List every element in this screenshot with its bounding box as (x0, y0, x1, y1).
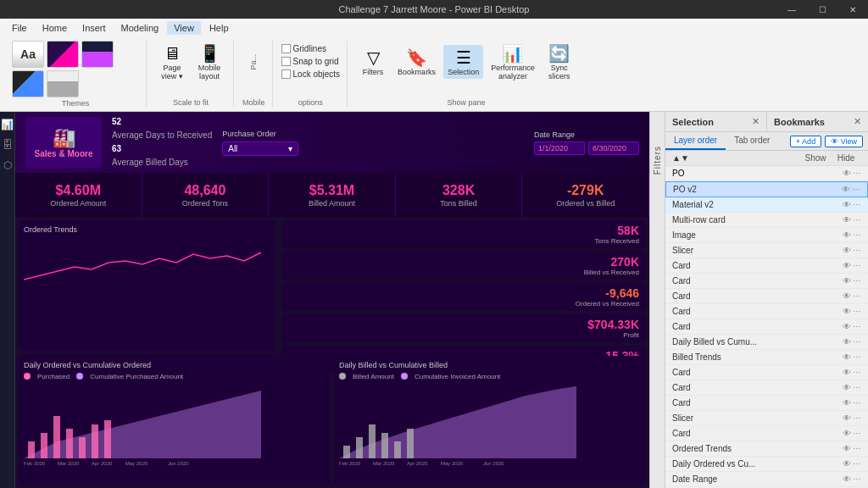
layer-item-ordered-trends[interactable]: Ordered Trends 👁 ⋯ (665, 441, 868, 457)
nav-report-icon[interactable]: 📊 (1, 119, 14, 130)
menu-insert[interactable]: Insert (75, 21, 113, 35)
sync-slicers-button[interactable]: 🔄 Syncslicers (542, 41, 576, 83)
layer-item-daily-ordered[interactable]: Daily Ordered vs Cu... 👁 ⋯ (665, 457, 868, 472)
bookmarks-view-button[interactable]: 👁 View (825, 136, 863, 147)
layer-eye-slicer1[interactable]: 👁 (843, 246, 851, 255)
layer-item-card7[interactable]: Card 👁 ⋯ (665, 380, 868, 396)
menu-view[interactable]: View (167, 21, 201, 35)
layer-eye-card4[interactable]: 👁 (843, 307, 851, 316)
layer-item-daily-billed[interactable]: Daily Billed vs Cumu... 👁 ⋯ (665, 335, 868, 350)
layer-item-card1[interactable]: Card 👁 ⋯ (665, 258, 868, 274)
layer-item-card6[interactable]: Card 👁 ⋯ (665, 365, 868, 380)
layer-more-card4[interactable]: ⋯ (853, 307, 861, 316)
layer-item-pov2[interactable]: PO v2 👁 ⋯ (665, 181, 868, 197)
layer-more-ordered-trends[interactable]: ⋯ (853, 444, 861, 453)
layer-more-slicer1[interactable]: ⋯ (853, 246, 861, 255)
layer-more-pov2[interactable]: ⋯ (852, 185, 860, 194)
menu-help[interactable]: Help (203, 21, 236, 35)
layer-more-card2[interactable]: ⋯ (853, 276, 861, 286)
snap-checkbox[interactable] (281, 57, 291, 66)
layer-item-card2[interactable]: Card 👁 ⋯ (665, 274, 868, 289)
layer-item-card3[interactable]: Card 👁 ⋯ (665, 289, 868, 304)
layer-more-card8[interactable]: ⋯ (853, 398, 861, 408)
layer-eye-card2[interactable]: 👁 (843, 276, 851, 286)
po-filter-dropdown[interactable]: All ▾ (222, 141, 298, 156)
layer-eye-card8[interactable]: 👁 (843, 398, 851, 408)
layer-eye-pov2[interactable]: 👁 (842, 185, 850, 194)
layer-eye-card5[interactable]: 👁 (843, 322, 851, 331)
filters-pane-button[interactable]: ▽ Filters (356, 45, 390, 79)
page-view-button[interactable]: 🖥 Pageview ▾ (155, 42, 189, 83)
snap-checkbox-item[interactable]: Snap to grid (281, 57, 341, 66)
menu-file[interactable]: File (5, 21, 34, 35)
layer-eye-image[interactable]: 👁 (843, 230, 851, 240)
theme-swatch-3[interactable] (81, 41, 114, 68)
lock-checkbox[interactable] (281, 69, 291, 79)
layer-more-date-range[interactable]: ⋯ (853, 474, 861, 484)
layer-eye-card3[interactable]: 👁 (843, 291, 851, 301)
layer-eye-ordered-trends[interactable]: 👁 (843, 444, 851, 453)
nav-model-icon[interactable]: ⬡ (3, 159, 12, 171)
layer-eye-po[interactable]: 👁 (843, 169, 851, 178)
layer-item-billed-trends[interactable]: Billed Trends 👁 ⋯ (665, 350, 868, 365)
layer-more-card9[interactable]: ⋯ (853, 429, 861, 438)
date-from[interactable]: 1/1/2020 (534, 141, 585, 155)
layer-eye-card6[interactable]: 👁 (843, 368, 851, 377)
layer-item-slicer1[interactable]: Slicer 👁 ⋯ (665, 243, 868, 258)
minimize-button[interactable]: — (776, 0, 807, 19)
selection-close-button[interactable]: ✕ (752, 116, 760, 127)
layer-eye-card1[interactable]: 👁 (843, 261, 851, 270)
layer-item-card9[interactable]: Card 👁 ⋯ (665, 426, 868, 441)
layer-more-billed-trends[interactable]: ⋯ (853, 352, 861, 362)
layer-item-card8[interactable]: Card 👁 ⋯ (665, 396, 868, 411)
layer-item-date-range[interactable]: Date Range 👁 ⋯ (665, 472, 868, 487)
menu-modeling[interactable]: Modeling (114, 21, 166, 35)
layer-item-materialv2[interactable]: Material v2 👁 ⋯ (665, 197, 868, 213)
date-to[interactable]: 6/30/2020 (588, 141, 639, 155)
layer-eye-billed-trends[interactable]: 👁 (843, 352, 851, 362)
layer-more-po[interactable]: ⋯ (853, 169, 861, 178)
bookmarks-pane-button[interactable]: 🔖 Bookmarks (393, 45, 440, 79)
theme-swatch-4[interactable] (12, 70, 44, 97)
layer-more-multirow[interactable]: ⋯ (853, 215, 861, 225)
layer-eye-card7[interactable]: 👁 (843, 383, 851, 392)
layer-eye-date-range[interactable]: 👁 (843, 474, 851, 484)
layer-eye-daily-billed[interactable]: 👁 (843, 337, 851, 347)
layer-more-daily-billed[interactable]: ⋯ (853, 337, 861, 347)
layer-eye-multirow[interactable]: 👁 (843, 215, 851, 225)
layer-more-card3[interactable]: ⋯ (853, 291, 861, 301)
mobile-layout-button[interactable]: 📱 Mobilelayout (192, 41, 226, 83)
layer-item-po[interactable]: PO 👁 ⋯ (665, 166, 868, 181)
gridlines-checkbox[interactable] (281, 44, 291, 53)
layer-eye-materialv2[interactable]: 👁 (843, 200, 851, 209)
layer-item-multirow[interactable]: Multi-row card 👁 ⋯ (665, 213, 868, 228)
tab-layer-order[interactable]: Layer order (665, 132, 726, 150)
layer-item-card4[interactable]: Card 👁 ⋯ (665, 304, 868, 319)
layer-more-image[interactable]: ⋯ (853, 230, 861, 240)
layer-more-card6[interactable]: ⋯ (853, 368, 861, 377)
maximize-button[interactable]: ☐ (807, 0, 837, 19)
menu-home[interactable]: Home (36, 21, 74, 35)
layer-eye-slicer2[interactable]: 👁 (843, 413, 851, 423)
layer-more-daily-ordered[interactable]: ⋯ (853, 459, 861, 469)
layer-more-card7[interactable]: ⋯ (853, 383, 861, 392)
gridlines-checkbox-item[interactable]: Gridlines (281, 44, 341, 53)
lock-checkbox-item[interactable]: Lock objects (281, 69, 341, 79)
tab-tab-order[interactable]: Tab order (726, 132, 778, 150)
bookmarks-close-button[interactable]: ✕ (854, 116, 861, 127)
selection-pane-button[interactable]: ☰ Selection (443, 45, 483, 79)
layer-item-slicer2[interactable]: Slicer 👁 ⋯ (665, 411, 868, 426)
layer-more-slicer2[interactable]: ⋯ (853, 413, 861, 423)
layer-eye-card9[interactable]: 👁 (843, 429, 851, 438)
bookmarks-add-button[interactable]: + Add (790, 136, 821, 147)
layer-more-card5[interactable]: ⋯ (853, 322, 861, 331)
layer-more-materialv2[interactable]: ⋯ (853, 200, 861, 209)
theme-swatch-2[interactable] (47, 41, 79, 68)
layer-more-card1[interactable]: ⋯ (853, 261, 861, 270)
close-button[interactable]: ✕ (837, 0, 868, 19)
sort-arrows[interactable]: ▲▼ (672, 153, 689, 163)
performance-analyzer-button[interactable]: 📊 Performanceanalyzer (487, 41, 539, 83)
nav-data-icon[interactable]: 🗄 (3, 139, 13, 151)
layer-eye-daily-ordered[interactable]: 👁 (843, 459, 851, 469)
theme-swatch-1[interactable]: Aa (12, 41, 44, 68)
